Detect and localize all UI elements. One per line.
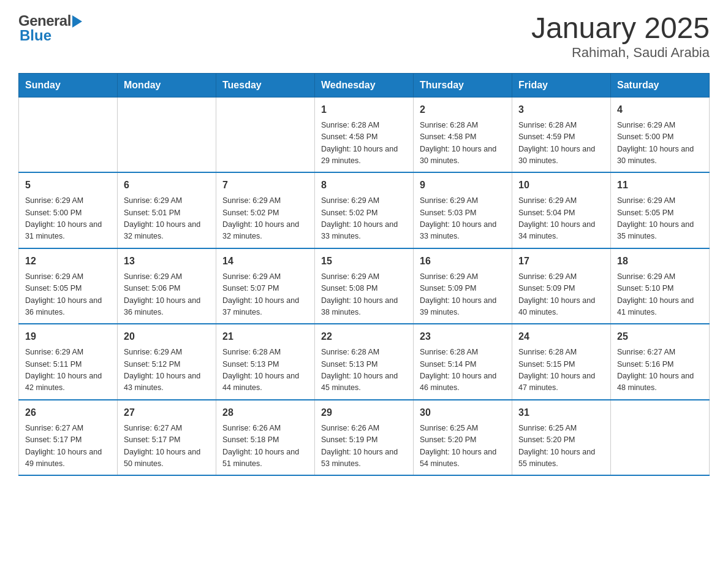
day-number: 25 [617,329,703,344]
day-number: 9 [420,178,506,193]
calendar-cell: 1Sunrise: 6:28 AMSunset: 4:58 PMDaylight… [315,97,414,172]
calendar-cell: 5Sunrise: 6:29 AMSunset: 5:00 PMDaylight… [19,172,118,248]
day-info: Sunrise: 6:28 AMSunset: 5:13 PMDaylight:… [222,347,308,394]
calendar-cell: 30Sunrise: 6:25 AMSunset: 5:20 PMDayligh… [414,400,512,476]
day-number: 6 [124,178,210,193]
day-number: 2 [420,102,506,117]
day-of-week-header: Wednesday [315,73,414,97]
calendar-cell: 11Sunrise: 6:29 AMSunset: 5:05 PMDayligh… [611,172,710,248]
logo: General Blue [18,12,82,44]
day-number: 17 [518,254,604,269]
day-number: 19 [25,329,111,344]
day-info: Sunrise: 6:28 AMSunset: 4:59 PMDaylight:… [518,120,604,167]
logo-arrow-icon [72,15,82,28]
day-info: Sunrise: 6:29 AMSunset: 5:04 PMDaylight:… [518,195,604,243]
day-of-week-header: Monday [118,73,216,97]
day-info: Sunrise: 6:26 AMSunset: 5:19 PMDaylight:… [321,423,407,470]
day-info: Sunrise: 6:27 AMSunset: 5:17 PMDaylight:… [25,423,111,470]
calendar-cell: 16Sunrise: 6:29 AMSunset: 5:09 PMDayligh… [414,248,512,324]
day-of-week-header: Saturday [611,73,710,97]
calendar-cell: 7Sunrise: 6:29 AMSunset: 5:02 PMDaylight… [216,172,315,248]
calendar-cell: 13Sunrise: 6:29 AMSunset: 5:06 PMDayligh… [118,248,216,324]
day-number: 5 [25,178,111,193]
calendar-cell: 12Sunrise: 6:29 AMSunset: 5:05 PMDayligh… [19,248,118,324]
day-number: 20 [124,329,210,344]
day-info: Sunrise: 6:27 AMSunset: 5:16 PMDaylight:… [617,347,703,394]
calendar-cell [216,97,315,172]
day-of-week-header: Tuesday [216,73,315,97]
day-number: 22 [321,329,407,344]
day-info: Sunrise: 6:29 AMSunset: 5:09 PMDaylight:… [518,271,604,319]
calendar-cell: 21Sunrise: 6:28 AMSunset: 5:13 PMDayligh… [216,324,315,400]
day-number: 11 [617,178,703,193]
day-of-week-header: Friday [512,73,611,97]
day-number: 28 [222,405,308,420]
day-number: 1 [321,102,407,117]
calendar-cell: 23Sunrise: 6:28 AMSunset: 5:14 PMDayligh… [414,324,512,400]
page-header: General Blue January 2025 Rahimah, Saudi… [18,12,710,61]
calendar-week-row: 12Sunrise: 6:29 AMSunset: 5:05 PMDayligh… [19,248,710,324]
day-number: 8 [321,178,407,193]
day-info: Sunrise: 6:29 AMSunset: 5:09 PMDaylight:… [420,271,506,319]
calendar-cell: 20Sunrise: 6:29 AMSunset: 5:12 PMDayligh… [118,324,216,400]
calendar-title: January 2025 [531,12,710,45]
calendar-cell: 31Sunrise: 6:25 AMSunset: 5:20 PMDayligh… [512,400,611,476]
calendar-week-row: 26Sunrise: 6:27 AMSunset: 5:17 PMDayligh… [19,400,710,476]
calendar-cell [611,400,710,476]
day-number: 18 [617,254,703,269]
day-number: 26 [25,405,111,420]
day-of-week-header: Thursday [414,73,512,97]
day-number: 30 [420,405,506,420]
calendar-cell: 10Sunrise: 6:29 AMSunset: 5:04 PMDayligh… [512,172,611,248]
day-number: 21 [222,329,308,344]
calendar-cell: 27Sunrise: 6:27 AMSunset: 5:17 PMDayligh… [118,400,216,476]
day-info: Sunrise: 6:25 AMSunset: 5:20 PMDaylight:… [518,423,604,470]
calendar-cell: 2Sunrise: 6:28 AMSunset: 4:58 PMDaylight… [414,97,512,172]
calendar-cell: 26Sunrise: 6:27 AMSunset: 5:17 PMDayligh… [19,400,118,476]
day-info: Sunrise: 6:29 AMSunset: 5:06 PMDaylight:… [124,271,210,319]
day-info: Sunrise: 6:29 AMSunset: 5:00 PMDaylight:… [617,120,703,167]
calendar-cell: 14Sunrise: 6:29 AMSunset: 5:07 PMDayligh… [216,248,315,324]
day-number: 12 [25,254,111,269]
day-number: 15 [321,254,407,269]
day-number: 23 [420,329,506,344]
title-block: January 2025 Rahimah, Saudi Arabia [531,12,710,61]
day-number: 10 [518,178,604,193]
calendar-table: SundayMondayTuesdayWednesdayThursdayFrid… [18,73,710,477]
day-info: Sunrise: 6:29 AMSunset: 5:10 PMDaylight:… [617,271,703,319]
day-number: 7 [222,178,308,193]
day-number: 14 [222,254,308,269]
day-info: Sunrise: 6:28 AMSunset: 5:15 PMDaylight:… [518,347,604,394]
day-info: Sunrise: 6:29 AMSunset: 5:12 PMDaylight:… [124,347,210,394]
calendar-cell: 17Sunrise: 6:29 AMSunset: 5:09 PMDayligh… [512,248,611,324]
day-number: 31 [518,405,604,420]
calendar-cell: 29Sunrise: 6:26 AMSunset: 5:19 PMDayligh… [315,400,414,476]
day-info: Sunrise: 6:29 AMSunset: 5:03 PMDaylight:… [420,195,506,243]
calendar-cell: 6Sunrise: 6:29 AMSunset: 5:01 PMDaylight… [118,172,216,248]
day-number: 3 [518,102,604,117]
calendar-cell: 18Sunrise: 6:29 AMSunset: 5:10 PMDayligh… [611,248,710,324]
calendar-cell: 9Sunrise: 6:29 AMSunset: 5:03 PMDaylight… [414,172,512,248]
day-info: Sunrise: 6:29 AMSunset: 5:05 PMDaylight:… [617,195,703,243]
calendar-cell: 3Sunrise: 6:28 AMSunset: 4:59 PMDaylight… [512,97,611,172]
calendar-cell: 19Sunrise: 6:29 AMSunset: 5:11 PMDayligh… [19,324,118,400]
calendar-subtitle: Rahimah, Saudi Arabia [531,45,710,61]
day-number: 13 [124,254,210,269]
calendar-cell [118,97,216,172]
day-info: Sunrise: 6:29 AMSunset: 5:00 PMDaylight:… [25,195,111,243]
day-info: Sunrise: 6:28 AMSunset: 4:58 PMDaylight:… [420,120,506,167]
calendar-cell: 28Sunrise: 6:26 AMSunset: 5:18 PMDayligh… [216,400,315,476]
day-info: Sunrise: 6:29 AMSunset: 5:01 PMDaylight:… [124,195,210,243]
calendar-cell: 8Sunrise: 6:29 AMSunset: 5:02 PMDaylight… [315,172,414,248]
day-info: Sunrise: 6:29 AMSunset: 5:02 PMDaylight:… [222,195,308,243]
calendar-week-row: 5Sunrise: 6:29 AMSunset: 5:00 PMDaylight… [19,172,710,248]
day-info: Sunrise: 6:29 AMSunset: 5:02 PMDaylight:… [321,195,407,243]
calendar-week-row: 1Sunrise: 6:28 AMSunset: 4:58 PMDaylight… [19,97,710,172]
day-number: 24 [518,329,604,344]
day-number: 27 [124,405,210,420]
calendar-header-row: SundayMondayTuesdayWednesdayThursdayFrid… [19,73,710,97]
calendar-cell: 15Sunrise: 6:29 AMSunset: 5:08 PMDayligh… [315,248,414,324]
logo-blue-text: Blue [20,27,51,44]
day-info: Sunrise: 6:25 AMSunset: 5:20 PMDaylight:… [420,423,506,470]
calendar-cell [19,97,118,172]
